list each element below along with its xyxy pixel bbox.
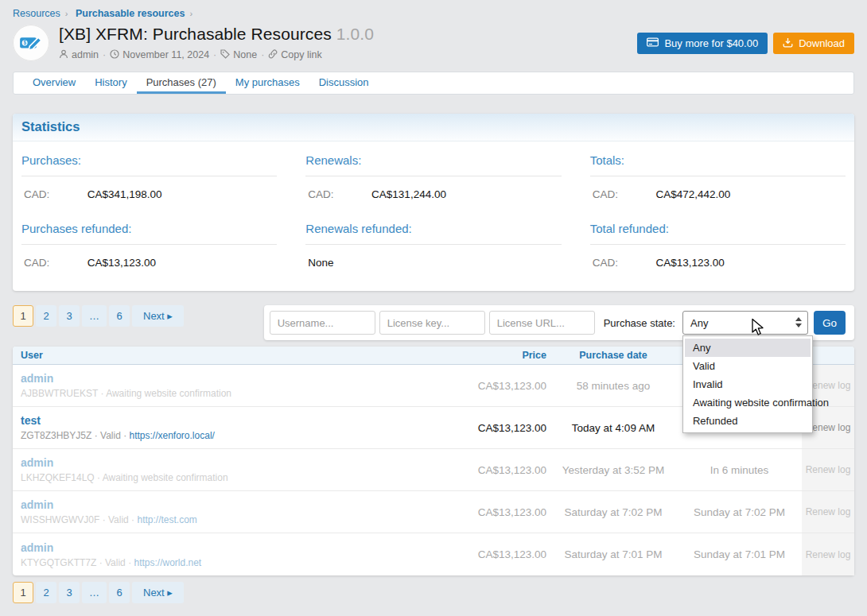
statistic-heading: Total refunded: [590, 211, 846, 245]
user-icon [59, 49, 68, 60]
page-number[interactable]: 1 [13, 305, 33, 327]
purchaser-username-link[interactable]: admin [21, 498, 53, 511]
tab[interactable]: Overview [23, 72, 85, 94]
statistic-heading: Purchases refunded: [21, 211, 277, 245]
page-title: [XB] XFRM: Purchasable Resources1.0.0 [59, 25, 637, 44]
column-header-purchase-date: Purchase date [550, 350, 677, 361]
tab[interactable]: My purchases [226, 72, 309, 94]
resource-meta: admin · November 11, 2024 · None · Copy … [59, 49, 637, 60]
resource-tags: None [233, 49, 257, 60]
tab[interactable]: Purchases (27) [137, 72, 226, 94]
page-number[interactable]: 2 [36, 305, 56, 327]
renew-log-link[interactable]: Renew log [806, 506, 851, 517]
statistic-value: CA$472,442.00 [655, 188, 730, 200]
license-key-input[interactable] [379, 311, 485, 335]
purchase-date: Saturday at 7:02 PM [550, 506, 677, 518]
breadcrumb-separator: › [65, 9, 68, 18]
column-header-price: Price [442, 350, 550, 361]
license-url-link[interactable]: https://xenforo.local/ [129, 430, 214, 441]
purchaser-username-link[interactable]: test [21, 414, 41, 427]
statistic-cell: Totals: CAD: CA$472,442.00 [590, 143, 846, 211]
renew-log-link[interactable]: Renew log [806, 464, 851, 475]
renew-log-link[interactable]: Renew log [806, 549, 851, 560]
statistic-currency-label: CAD: [593, 188, 653, 200]
purchaser-username-link[interactable]: admin [21, 372, 53, 385]
money-check-pen-icon: $ [19, 30, 43, 56]
statistic-value: CA$131,244.00 [371, 188, 446, 200]
renew-log-cell: Renew log [802, 533, 854, 575]
license-info: KTYGQTGKTT7Z · Valid · https://world.net [21, 557, 434, 568]
username-input[interactable] [270, 311, 375, 335]
purchase-date: 58 minutes ago [550, 380, 677, 392]
dropdown-option[interactable]: Refunded [685, 412, 811, 430]
page-number[interactable]: … [82, 582, 107, 603]
resource-avatar: $ [13, 25, 49, 61]
statistic-currency-label: CAD: [593, 257, 653, 269]
statistics-grid: Purchases: CAD: CA$341,198.00 Renewals: … [13, 141, 854, 291]
page-number[interactable]: 3 [59, 305, 80, 327]
statistic-cell: Renewals refunded: None [305, 211, 561, 280]
breadcrumb-separator: › [189, 9, 192, 18]
expiry-date: In 6 minutes [677, 464, 802, 476]
statistic-value: CA$13,123.00 [655, 257, 724, 269]
tab[interactable]: History [85, 72, 136, 94]
license-info: AJBBWTRUEKST · Awaiting website confirma… [21, 388, 434, 399]
statistic-value: None [308, 257, 333, 269]
renew-log-cell: Renew log [802, 449, 854, 490]
breadcrumb: Resources› Purchasable resources› [13, 8, 854, 19]
download-button[interactable]: Download [773, 33, 854, 54]
dropdown-option[interactable]: Invalid [685, 375, 811, 393]
renew-log-cell: Renew log [802, 491, 854, 533]
table-row: admin KTYGQTGKTT7Z · Valid · https://wor… [13, 533, 854, 575]
go-button[interactable]: Go [814, 311, 846, 335]
statistic-currency-label: CAD: [24, 188, 84, 200]
statistic-heading: Purchases: [21, 143, 277, 176]
page-number[interactable]: … [82, 305, 107, 327]
purchaser-username-link[interactable]: admin [21, 456, 53, 469]
expiry-date: Sunday at 7:02 PM [677, 506, 802, 518]
clock-icon [110, 49, 119, 60]
statistic-cell: Purchases: CAD: CA$341,198.00 [21, 143, 277, 211]
page-number[interactable]: 6 [109, 582, 130, 603]
page-number[interactable]: 3 [59, 582, 80, 603]
purchase-state-select[interactable]: Any [682, 311, 808, 335]
statistic-cell: Total refunded: CAD: CA$13,123.00 [590, 211, 846, 280]
tag-icon [220, 49, 230, 60]
next-page-button[interactable]: Next ▸ [132, 305, 184, 327]
purchase-price: CA$13,123.00 [442, 422, 550, 434]
purchase-price: CA$13,123.00 [442, 464, 550, 476]
table-row: admin LKHZQKEF14LQ · Awaiting website co… [13, 449, 854, 491]
page-number[interactable]: 1 [13, 582, 33, 603]
next-page-button[interactable]: Next ▸ [132, 582, 184, 603]
purchase-filter-bar: Purchase state: Any Any Valid Invalid Aw… [264, 305, 854, 340]
statistic-currency-label: CAD: [24, 257, 84, 269]
license-url-link[interactable]: http://test.com [137, 514, 196, 525]
statistic-heading: Renewals refunded: [305, 211, 561, 245]
dropdown-option[interactable]: Awaiting website confirmation [685, 393, 811, 412]
buy-more-button[interactable]: Buy more for $40.00 [637, 33, 768, 54]
credit-card-icon [647, 37, 659, 49]
tags-meta: None [220, 49, 257, 60]
license-url-link[interactable]: https://world.net [134, 557, 201, 568]
breadcrumb-link[interactable]: Resources [13, 8, 60, 19]
copy-link-button[interactable]: Copy link [281, 49, 321, 60]
dropdown-option[interactable]: Valid [685, 357, 811, 375]
column-header-user: User [13, 347, 442, 364]
statistics-block: Statistics Purchases: CAD: CA$341,198.00… [13, 114, 854, 291]
purchase-price: CA$13,123.00 [442, 380, 550, 392]
license-url-input[interactable] [489, 311, 595, 335]
resource-date: November 11, 2024 [122, 49, 209, 60]
purchaser-username-link[interactable]: admin [21, 541, 53, 554]
purchase-date: Saturday at 7:01 PM [550, 548, 677, 560]
purchase-date: Yesterday at 3:52 PM [550, 464, 677, 476]
license-info: LKHZQKEF14LQ · Awaiting website confirma… [21, 472, 434, 483]
author-link[interactable]: admin [72, 49, 99, 60]
tab[interactable]: Discussion [309, 72, 379, 94]
statistic-cell: Purchases refunded: CAD: CA$13,123.00 [21, 211, 277, 280]
page-number[interactable]: 6 [109, 305, 130, 327]
svg-text:$: $ [23, 40, 26, 46]
dropdown-option[interactable]: Any [685, 339, 811, 357]
breadcrumb-link[interactable]: Purchasable resources [76, 8, 185, 19]
copy-link-meta: Copy link [268, 49, 321, 60]
page-number[interactable]: 2 [36, 582, 56, 603]
